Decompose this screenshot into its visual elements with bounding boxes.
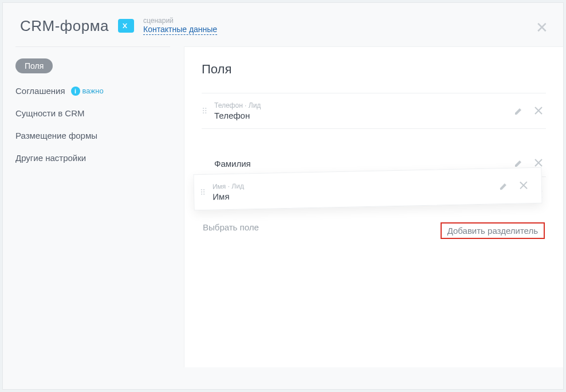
sidebar-item-label: Размещение формы: [15, 131, 97, 140]
important-text: важно: [82, 87, 104, 95]
scenario-block: сценарий Контактные данные: [143, 17, 217, 35]
field-text: Телефон · Лид Телефон: [212, 101, 514, 120]
scenario-label: сценарий: [143, 17, 217, 25]
sidebar-item-entities[interactable]: Сущности в CRM: [15, 108, 170, 118]
edit-icon[interactable]: [514, 107, 523, 116]
sidebar-item-agreements[interactable]: Соглашения i важно: [15, 86, 170, 96]
drag-handle-icon[interactable]: ⠿: [200, 190, 210, 194]
row-actions: [514, 107, 543, 116]
field-name: Телефон: [214, 111, 514, 120]
select-field-link[interactable]: Выбрать поле: [203, 222, 259, 239]
row-actions: [499, 181, 528, 191]
page-title: CRM-форма: [20, 17, 109, 35]
scenario-icon: [118, 19, 134, 33]
info-icon: i: [71, 87, 80, 96]
header: CRM-форма сценарий Контактные данные ✕: [3, 3, 563, 46]
field-row-name-dragging[interactable]: ⠿ Имя · Лид Имя: [193, 167, 542, 211]
add-separator-link[interactable]: Добавить разделитель: [441, 222, 545, 239]
edit-icon[interactable]: [499, 181, 508, 190]
sidebar-item-placement[interactable]: Размещение формы: [15, 131, 170, 140]
section-title: Поля: [202, 62, 546, 77]
crm-form-panel: CRM-форма сценарий Контактные данные ✕ П…: [2, 2, 564, 390]
remove-icon[interactable]: [534, 107, 543, 116]
row-actions: [514, 159, 543, 168]
sidebar-item-other[interactable]: Другие настройки: [15, 153, 170, 163]
edit-icon[interactable]: [514, 159, 523, 168]
sidebar: Поля Соглашения i важно Сущности в CRM Р…: [15, 46, 170, 367]
footer-actions: Выбрать поле Добавить разделитель: [202, 212, 546, 239]
remove-icon[interactable]: [520, 181, 528, 190]
field-text: Фамилия: [212, 158, 514, 168]
sidebar-item-label: Соглашения: [15, 86, 65, 96]
field-text: Имя · Лид Имя: [210, 177, 500, 202]
field-meta: Телефон · Лид: [214, 101, 514, 109]
close-icon[interactable]: ✕: [536, 20, 548, 35]
remove-icon[interactable]: [534, 159, 543, 168]
drag-handle-icon[interactable]: ⠿: [202, 109, 212, 113]
sidebar-item-label: Сущности в CRM: [15, 108, 85, 118]
sidebar-item-label: Поля: [15, 58, 53, 73]
field-name: Фамилия: [214, 159, 514, 168]
scenario-link[interactable]: Контактные данные: [143, 25, 217, 35]
field-row-phone[interactable]: ⠿ Телефон · Лид Телефон: [202, 93, 546, 128]
sidebar-item-fields[interactable]: Поля: [15, 58, 170, 73]
sidebar-item-label: Другие настройки: [15, 153, 86, 163]
important-badge: i важно: [71, 87, 104, 96]
